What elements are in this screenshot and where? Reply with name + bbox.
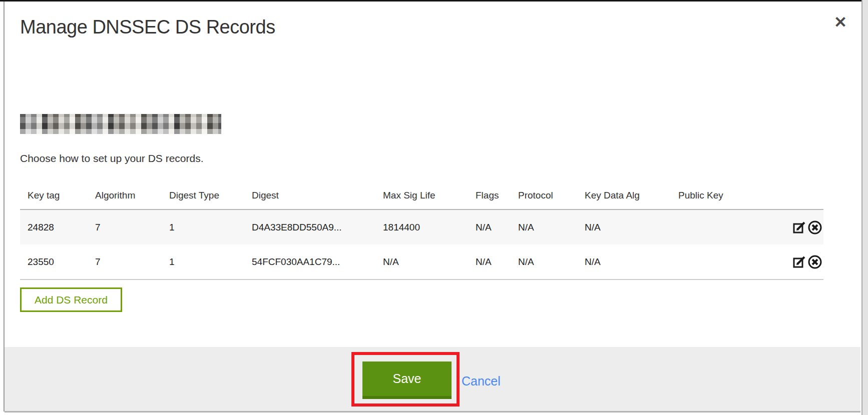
cell-digest-type: 1 bbox=[162, 210, 244, 244]
delete-icon bbox=[807, 220, 822, 235]
column-header-protocol: Protocol bbox=[511, 178, 577, 210]
cell-digest: 54FCF030AA1C79... bbox=[244, 244, 375, 280]
cell-digest: D4A33E8DD550A9... bbox=[244, 210, 375, 244]
delete-record-button[interactable] bbox=[807, 254, 822, 270]
cell-actions bbox=[766, 210, 823, 244]
column-header-digest: Digest bbox=[244, 178, 375, 210]
cell-key-tag: 23550 bbox=[20, 244, 88, 280]
ds-records-table: Key tag Algorithm Digest Type Digest Max… bbox=[20, 178, 823, 280]
domain-name-redacted bbox=[20, 114, 221, 134]
cell-protocol: N/A bbox=[511, 244, 577, 280]
modal-footer: Save Cancel bbox=[5, 347, 860, 411]
cell-key-tag: 24828 bbox=[20, 210, 88, 244]
cell-protocol: N/A bbox=[511, 210, 577, 244]
column-header-max-sig-life: Max Sig Life bbox=[375, 178, 468, 210]
delete-icon bbox=[807, 254, 822, 270]
cell-algorithm: 7 bbox=[88, 244, 162, 280]
close-icon: ✕ bbox=[834, 14, 847, 31]
edit-record-button[interactable] bbox=[792, 220, 807, 235]
instruction-text: Choose how to set up your DS records. bbox=[20, 152, 204, 164]
column-header-flags: Flags bbox=[468, 178, 511, 210]
table-row: 23550 7 1 54FCF030AA1C79... N/A N/A N/A … bbox=[20, 244, 823, 280]
edit-icon bbox=[792, 220, 807, 235]
background-page-sliver bbox=[861, 0, 868, 415]
cell-max-sig-life: 1814400 bbox=[375, 210, 468, 244]
cell-actions bbox=[766, 244, 823, 280]
edit-icon bbox=[792, 254, 807, 270]
column-header-key-tag: Key tag bbox=[20, 178, 88, 210]
cell-max-sig-life: N/A bbox=[375, 244, 468, 280]
cell-public-key bbox=[671, 210, 766, 244]
cell-public-key bbox=[671, 244, 766, 280]
page-title: Manage DNSSEC DS Records bbox=[20, 16, 275, 38]
close-button[interactable]: ✕ bbox=[830, 12, 850, 32]
column-header-key-data-alg: Key Data Alg bbox=[577, 178, 671, 210]
save-button[interactable]: Save bbox=[362, 362, 452, 399]
cell-flags: N/A bbox=[468, 244, 511, 280]
column-header-algorithm: Algorithm bbox=[88, 178, 162, 210]
column-header-public-key: Public Key bbox=[671, 178, 766, 210]
column-header-actions bbox=[766, 178, 823, 210]
cell-key-data-alg: N/A bbox=[577, 244, 671, 280]
table-row: 24828 7 1 D4A33E8DD550A9... 1814400 N/A … bbox=[20, 210, 823, 244]
add-ds-record-button[interactable]: Add DS Record bbox=[20, 288, 122, 312]
cell-algorithm: 7 bbox=[88, 210, 162, 244]
delete-record-button[interactable] bbox=[807, 220, 822, 235]
window-bottom-edge bbox=[5, 411, 860, 412]
edit-record-button[interactable] bbox=[792, 254, 807, 270]
cancel-link[interactable]: Cancel bbox=[462, 374, 501, 388]
cell-key-data-alg: N/A bbox=[577, 210, 671, 244]
column-header-digest-type: Digest Type bbox=[162, 178, 244, 210]
cell-digest-type: 1 bbox=[162, 244, 244, 280]
cell-flags: N/A bbox=[468, 210, 511, 244]
table-header-row: Key tag Algorithm Digest Type Digest Max… bbox=[20, 178, 823, 210]
